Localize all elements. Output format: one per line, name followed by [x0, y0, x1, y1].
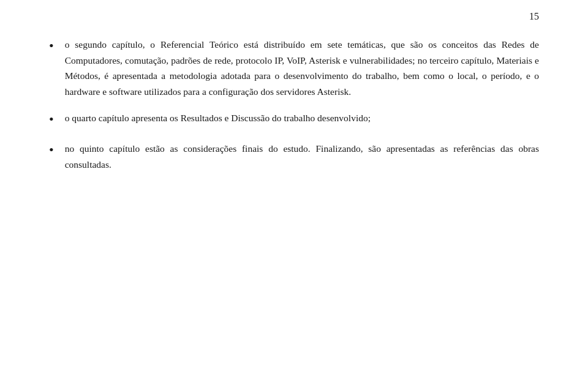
bullet-text-1: o segundo capítulo, o Referencial Teóric… [65, 37, 539, 99]
bullet-icon: • [49, 35, 54, 56]
page-content: • o segundo capítulo, o Referencial Teór… [49, 37, 539, 173]
bullet-list: • o segundo capítulo, o Referencial Teór… [49, 37, 539, 173]
page: 15 • o segundo capítulo, o Referencial T… [0, 0, 588, 371]
bullet-icon: • [49, 108, 54, 130]
bullet-text-3: no quinto capítulo estão as consideraçõe… [65, 141, 539, 172]
page-number: 15 [529, 11, 539, 22]
bullet-text-2: o quarto capítulo apresenta os Resultado… [65, 110, 539, 126]
list-item: • o segundo capítulo, o Referencial Teór… [49, 37, 539, 99]
list-item: • no quinto capítulo estão as consideraç… [49, 141, 539, 172]
bullet-icon: • [49, 139, 54, 160]
list-item: • o quarto capítulo apresenta os Resulta… [49, 110, 539, 130]
